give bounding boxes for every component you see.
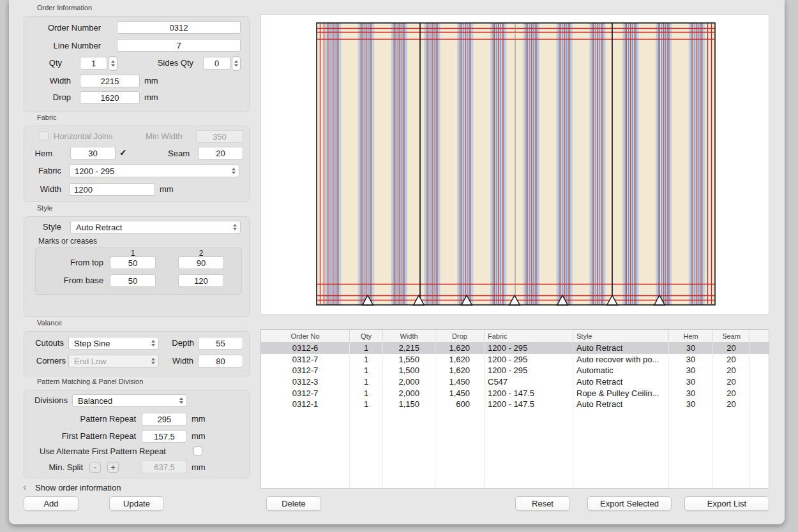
order-width-field[interactable]: 2215	[80, 75, 140, 87]
table-row[interactable]: 0312-712,0001,4501200 - 147.5Rope & Pull…	[261, 387, 769, 399]
min-split-plus-button[interactable]: +	[107, 462, 119, 473]
export-list-button[interactable]: Export List	[684, 496, 769, 511]
table-cell: 1200 - 295	[485, 343, 573, 354]
style-select[interactable]: Auto Retract	[70, 221, 241, 233]
stepper-up-icon[interactable]	[111, 61, 115, 63]
table-row[interactable]	[261, 421, 769, 432]
table-cell	[485, 466, 573, 478]
fabric-width-field[interactable]: 1200	[69, 183, 155, 196]
collapse-chevron-icon[interactable]: ‹	[23, 482, 26, 492]
order-info-title: Order Information	[37, 4, 92, 11]
column-header[interactable]: Style	[573, 330, 669, 342]
table-cell: 1,620	[435, 343, 485, 354]
table-cell	[669, 421, 713, 432]
table-row[interactable]	[261, 466, 769, 478]
table-cell	[383, 432, 435, 444]
table-cell	[261, 455, 350, 466]
table-row[interactable]: 0312-312,0001,450C547Auto Retract3020	[261, 376, 769, 388]
column-header[interactable]: Order No	[261, 330, 350, 342]
use-alternate-checkbox[interactable]	[193, 447, 202, 455]
sides-qty-stepper[interactable]	[232, 56, 241, 71]
delete-button[interactable]: Delete	[266, 496, 321, 511]
order-drop-field[interactable]: 1620	[80, 91, 140, 104]
table-cell	[750, 376, 769, 388]
table-row[interactable]: 0312-711,5501,6201200 - 295Auto recover …	[261, 354, 769, 366]
first-pattern-repeat-field[interactable]: 157.5	[142, 430, 187, 443]
table-cell	[383, 443, 435, 455]
table-row[interactable]	[261, 432, 769, 444]
reset-button[interactable]: Reset	[515, 496, 570, 511]
table-row[interactable]	[261, 455, 769, 466]
table-cell: 30	[669, 387, 713, 399]
cutouts-select[interactable]: Step Sine	[68, 337, 159, 350]
table-row[interactable]	[261, 410, 769, 422]
fabric-width-label: Width	[26, 184, 61, 195]
popup-arrows-icon	[151, 340, 155, 346]
table-row[interactable]	[261, 477, 769, 489]
column-header[interactable]: Fabric	[485, 330, 573, 342]
table-cell	[750, 410, 769, 422]
depth-field[interactable]: 55	[198, 337, 243, 350]
stepper-down-icon[interactable]	[234, 64, 238, 66]
min-split-field: 637.5	[142, 461, 187, 473]
divisions-select-value: Balanced	[78, 396, 112, 406]
fabric-select[interactable]: 1200 - 295	[69, 165, 239, 177]
column-header[interactable]: Hem	[669, 330, 713, 342]
table-cell: 20	[713, 376, 750, 388]
table-row[interactable]: 0312-711,5001,6201200 - 295Automatic3020	[261, 365, 769, 376]
table-row[interactable]: 0312-612,2151,6201200 - 295Auto Retract3…	[261, 343, 769, 354]
column-header[interactable]: Qty	[350, 330, 383, 342]
table-cell	[573, 477, 669, 489]
horizontal-joins-checkbox[interactable]	[40, 131, 49, 140]
table-cell	[750, 399, 769, 410]
add-button[interactable]: Add	[24, 496, 79, 511]
seam-label: Seam	[163, 149, 190, 159]
from-base-2-field[interactable]: 120	[178, 274, 224, 287]
table-cell	[350, 477, 383, 489]
style-select-label: Style	[26, 222, 61, 232]
table-row[interactable]	[261, 443, 769, 455]
table-cell	[261, 466, 350, 478]
valance-width-label: Width	[164, 356, 193, 366]
column-header[interactable]: Seam	[713, 330, 750, 342]
stepper-up-icon[interactable]	[234, 61, 238, 63]
table-cell: Auto recover with po...	[573, 354, 669, 366]
divisions-label: Divisions	[26, 395, 68, 406]
from-base-1-field[interactable]: 50	[110, 274, 156, 287]
sides-qty-field[interactable]: 0	[203, 57, 230, 70]
table-cell	[573, 410, 669, 422]
popup-arrows-icon	[232, 168, 236, 174]
qty-label: Qty	[24, 58, 62, 68]
hem-field[interactable]: 30	[70, 147, 116, 159]
pattern-repeat-field[interactable]: 295	[142, 413, 187, 425]
table-cell: 1	[350, 387, 383, 399]
table-cell: 1,620	[435, 354, 485, 366]
table-cell	[383, 477, 435, 489]
order-number-field[interactable]: 0312	[117, 21, 241, 34]
table-cell	[261, 443, 350, 455]
from-base-label: From base	[57, 276, 103, 286]
table-row[interactable]: 0312-111,1506001200 - 147.5Auto Retract3…	[261, 399, 769, 410]
popup-arrows-icon	[179, 397, 183, 404]
column-header[interactable]: Width	[383, 330, 435, 342]
from-top-1-field[interactable]: 50	[110, 256, 156, 269]
line-number-field[interactable]: 7	[117, 39, 241, 52]
column-header[interactable]: Drop	[435, 330, 485, 342]
valance-width-field[interactable]: 80	[198, 355, 243, 367]
qty-field[interactable]: 1	[80, 57, 107, 70]
table-cell: 1,500	[383, 365, 435, 376]
qty-stepper[interactable]	[109, 56, 117, 71]
min-split-minus-button[interactable]: -	[89, 462, 101, 473]
divisions-select[interactable]: Balanced	[72, 394, 187, 407]
seam-field[interactable]: 20	[198, 147, 243, 159]
export-selected-button[interactable]: Export Selected	[587, 496, 672, 511]
table-cell: 1200 - 147.5	[485, 399, 573, 410]
show-order-information-toggle[interactable]: Show order information	[35, 483, 121, 493]
update-button[interactable]: Update	[109, 496, 164, 511]
from-top-2-field[interactable]: 90	[178, 256, 224, 269]
table-cell	[435, 443, 485, 455]
table-cell	[435, 455, 485, 466]
hem-checked-icon[interactable]	[119, 147, 127, 158]
stepper-down-icon[interactable]	[111, 64, 115, 66]
style-select-value: Auto Retract	[76, 223, 122, 232]
